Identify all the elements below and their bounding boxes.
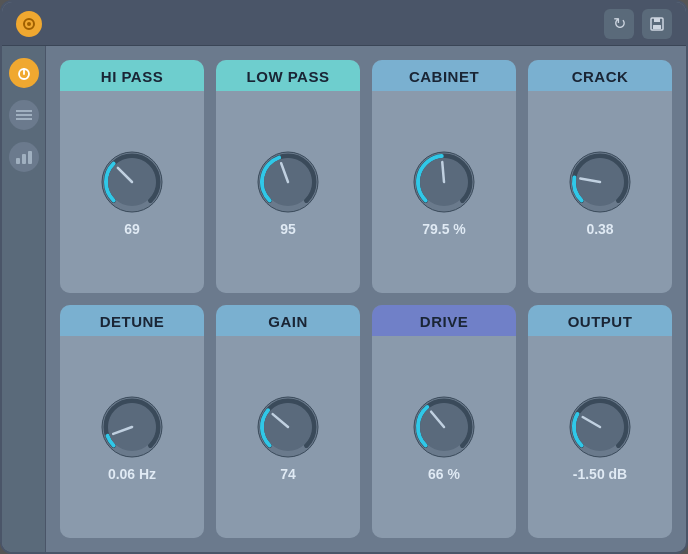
knob-svg[interactable] <box>565 392 635 462</box>
module-header: HI PASS <box>60 60 204 91</box>
eq-icon <box>15 150 33 164</box>
main-content: HI PASS 69LOW PASS 95CABINET 79.5 %CRACK <box>2 46 686 552</box>
knob-svg[interactable] <box>97 147 167 217</box>
knob-svg[interactable] <box>565 147 635 217</box>
title-left <box>16 11 52 37</box>
knob-svg[interactable] <box>253 147 323 217</box>
module-header: OUTPUT <box>528 305 672 336</box>
save-button[interactable] <box>642 9 672 39</box>
svg-rect-12 <box>28 151 32 164</box>
svg-rect-3 <box>654 18 660 22</box>
svg-rect-10 <box>16 158 20 164</box>
knobs-area: HI PASS 69LOW PASS 95CABINET 79.5 %CRACK <box>46 46 686 552</box>
module-hi-pass[interactable]: HI PASS 69 <box>60 60 204 293</box>
module-header: GAIN <box>216 305 360 336</box>
title-icons: ↻ <box>604 9 672 39</box>
knob-value: 74 <box>280 466 296 482</box>
svg-point-1 <box>27 22 31 26</box>
module-body: 95 <box>216 91 360 293</box>
sidebar-list-btn[interactable] <box>9 100 39 130</box>
module-body: 74 <box>216 336 360 538</box>
knob-svg[interactable] <box>253 392 323 462</box>
knob-row-0: HI PASS 69LOW PASS 95CABINET 79.5 %CRACK <box>60 60 672 293</box>
plugin-window: ↻ <box>0 0 688 554</box>
power-icon <box>16 65 32 81</box>
list-icon <box>16 109 32 121</box>
module-body: 0.38 <box>528 91 672 293</box>
sidebar-power-btn[interactable] <box>9 58 39 88</box>
module-output[interactable]: OUTPUT -1.50 dB <box>528 305 672 538</box>
refresh-button[interactable]: ↻ <box>604 9 634 39</box>
title-bar: ↻ <box>2 2 686 46</box>
knob-value: 95 <box>280 221 296 237</box>
module-body: 69 <box>60 91 204 293</box>
sidebar-eq-btn[interactable] <box>9 142 39 172</box>
knob-svg[interactable] <box>97 392 167 462</box>
knob-value: 0.38 <box>586 221 613 237</box>
module-low-pass[interactable]: LOW PASS 95 <box>216 60 360 293</box>
module-header: LOW PASS <box>216 60 360 91</box>
module-body: -1.50 dB <box>528 336 672 538</box>
sidebar <box>2 46 46 552</box>
module-header: DETUNE <box>60 305 204 336</box>
knob-value: 0.06 Hz <box>108 466 156 482</box>
knob-svg[interactable] <box>409 147 479 217</box>
logo-circle <box>16 11 42 37</box>
module-cabinet[interactable]: CABINET 79.5 % <box>372 60 516 293</box>
module-header: CRACK <box>528 60 672 91</box>
module-crack[interactable]: CRACK 0.38 <box>528 60 672 293</box>
knob-value: -1.50 dB <box>573 466 627 482</box>
svg-rect-11 <box>22 154 26 164</box>
knob-value: 66 % <box>428 466 460 482</box>
knob-row-1: DETUNE 0.06 HzGAIN 74DRIVE 66 %OUTPUT <box>60 305 672 538</box>
module-detune[interactable]: DETUNE 0.06 Hz <box>60 305 204 538</box>
module-drive[interactable]: DRIVE 66 % <box>372 305 516 538</box>
logo-icon <box>22 17 36 31</box>
knob-value: 79.5 % <box>422 221 466 237</box>
module-body: 66 % <box>372 336 516 538</box>
svg-line-24 <box>442 162 444 182</box>
module-body: 0.06 Hz <box>60 336 204 538</box>
module-header: CABINET <box>372 60 516 91</box>
knob-svg[interactable] <box>409 392 479 462</box>
svg-rect-4 <box>653 25 661 29</box>
knob-value: 69 <box>124 221 140 237</box>
module-body: 79.5 % <box>372 91 516 293</box>
module-header: DRIVE <box>372 305 516 336</box>
module-gain[interactable]: GAIN 74 <box>216 305 360 538</box>
save-icon <box>649 16 665 32</box>
